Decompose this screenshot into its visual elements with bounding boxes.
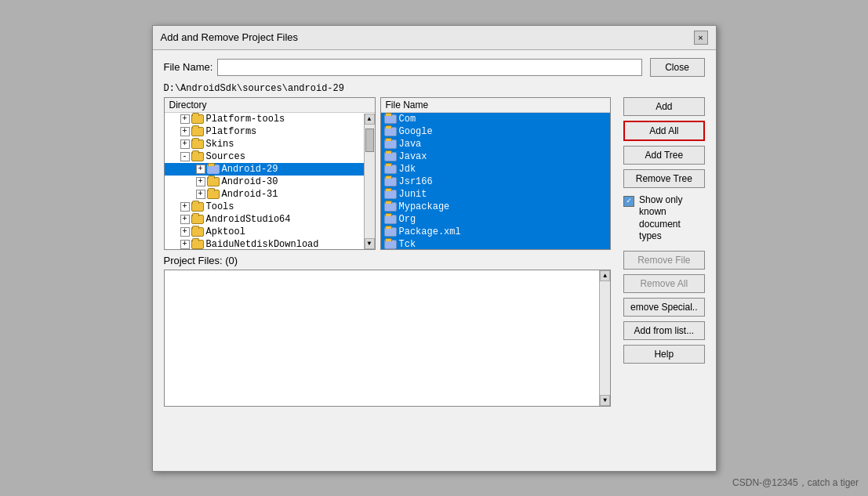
folder-icon xyxy=(191,227,204,237)
tree-item-label: Android-30 xyxy=(222,176,278,187)
folder-icon xyxy=(384,190,397,199)
expand-icon[interactable]: + xyxy=(180,240,190,249)
remove-tree-button[interactable]: Remove Tree xyxy=(623,169,704,188)
dialog-close-button[interactable]: × xyxy=(694,31,708,45)
folder-icon xyxy=(384,240,397,249)
file-item-label: Javax xyxy=(399,151,427,162)
remove-special-button[interactable]: emove Special.. xyxy=(623,298,704,317)
tree-item-label: Platforms xyxy=(206,126,257,137)
file-list-item[interactable]: Mypackage xyxy=(381,201,611,213)
tree-item[interactable]: + Android-31 xyxy=(165,188,364,201)
directory-panel: Directory + Platform-tools xyxy=(164,97,376,250)
folder-icon xyxy=(207,190,220,199)
remove-all-button[interactable]: Remove All xyxy=(623,274,704,293)
expand-icon[interactable]: + xyxy=(180,227,190,237)
tree-item-label: Sources xyxy=(206,151,245,162)
folder-icon xyxy=(384,202,397,212)
right-buttons: Add Add All Add Tree Remove Tree ✓ Show … xyxy=(623,97,704,364)
tree-item[interactable]: + Tools xyxy=(165,201,364,213)
expand-icon[interactable]: + xyxy=(180,114,190,124)
folder-icon xyxy=(191,152,204,161)
project-files-section: Project Files: (0) ▲ ▼ xyxy=(164,255,612,407)
expand-icon[interactable]: + xyxy=(180,215,190,224)
folder-icon xyxy=(191,114,204,124)
folder-icon xyxy=(384,152,397,161)
expand-icon[interactable]: + xyxy=(196,177,205,186)
remove-file-button[interactable]: Remove File xyxy=(623,251,704,270)
file-list-item[interactable]: Javax xyxy=(381,150,611,163)
folder-icon xyxy=(191,202,204,212)
checkbox-check: ✓ xyxy=(626,197,631,205)
tree-item[interactable]: + AndroidStudio64 xyxy=(165,213,364,226)
help-button[interactable]: Help xyxy=(623,345,704,364)
file-list-item[interactable]: Package.xml xyxy=(381,226,611,238)
scroll-up-button[interactable]: ▲ xyxy=(365,114,375,125)
tree-item[interactable]: + Platforms xyxy=(165,125,364,138)
expand-icon[interactable]: - xyxy=(180,152,190,161)
file-list-item[interactable]: Google xyxy=(381,125,611,138)
scroll-track xyxy=(600,281,610,395)
files-panel-header: File Name xyxy=(381,98,611,113)
file-name-input[interactable] xyxy=(217,59,641,76)
file-list-item[interactable]: Java xyxy=(381,138,611,150)
file-item-label: Org xyxy=(399,214,416,225)
file-list-item[interactable]: Tck xyxy=(381,238,611,250)
scroll-thumb[interactable] xyxy=(365,129,374,152)
expand-icon[interactable]: + xyxy=(180,202,190,212)
file-list: Com Google Java xyxy=(381,113,611,250)
project-files-scrollbar[interactable]: ▲ ▼ xyxy=(599,270,610,406)
tree-item[interactable]: + Platform-tools xyxy=(165,113,364,125)
directory-tree: + Platform-tools + Platforms xyxy=(165,113,375,250)
file-list-item[interactable]: Jsr166 xyxy=(381,176,611,188)
file-item-label: Google xyxy=(399,126,433,137)
file-item-label: Junit xyxy=(399,189,427,200)
show-only-checkbox-row: ✓ Show only known document types xyxy=(623,194,702,243)
dialog-title: Add and Remove Project Files xyxy=(161,31,299,43)
folder-icon xyxy=(384,165,397,174)
file-item-label: Package.xml xyxy=(399,226,461,237)
expand-icon[interactable]: + xyxy=(180,127,190,136)
folder-icon xyxy=(191,215,204,224)
expand-icon[interactable]: + xyxy=(180,139,190,149)
watermark: CSDN-@12345，catch a tiger xyxy=(732,476,859,490)
path-label: D:\AndroidSdk\sources\android-29 xyxy=(164,83,705,94)
file-list-item[interactable]: Org xyxy=(381,213,611,226)
file-item-label: Mypackage xyxy=(399,201,450,212)
folder-icon xyxy=(384,114,397,124)
tree-item-android29[interactable]: + Android-29 xyxy=(165,163,364,176)
file-item-label: Com xyxy=(399,114,416,125)
tree-item[interactable]: + Android-30 xyxy=(165,176,364,188)
title-bar: Add and Remove Project Files × xyxy=(153,26,716,50)
folder-icon xyxy=(207,165,220,174)
directory-scrollbar[interactable]: ▲ ▼ xyxy=(364,114,375,249)
scroll-track xyxy=(365,125,375,238)
folder-icon xyxy=(191,127,204,136)
close-button[interactable]: Close xyxy=(650,58,705,77)
add-from-list-button[interactable]: Add from list... xyxy=(623,321,704,340)
file-list-item[interactable]: Jdk xyxy=(381,163,611,176)
expand-icon[interactable]: + xyxy=(196,165,205,174)
tree-item-label: Apktool xyxy=(206,226,245,237)
file-list-item[interactable]: Com xyxy=(381,113,611,125)
project-files-panel: ▲ ▼ xyxy=(164,270,612,407)
folder-icon xyxy=(207,177,220,186)
tree-item[interactable]: + Skins xyxy=(165,138,364,150)
file-item-label: Java xyxy=(399,139,422,150)
files-panel: File Name Com Google xyxy=(380,97,612,250)
file-name-row: File Name: Close xyxy=(164,58,705,77)
show-only-checkbox[interactable]: ✓ xyxy=(623,196,634,207)
tree-item[interactable]: + Apktool xyxy=(165,226,364,238)
file-list-item[interactable]: Junit xyxy=(381,188,611,201)
expand-icon[interactable]: + xyxy=(196,190,205,199)
folder-icon xyxy=(191,240,204,249)
add-all-button[interactable]: Add All xyxy=(623,121,704,141)
scroll-up-button[interactable]: ▲ xyxy=(600,270,610,281)
add-tree-button[interactable]: Add Tree xyxy=(623,146,704,165)
scroll-down-button[interactable]: ▼ xyxy=(600,395,610,406)
scroll-down-button[interactable]: ▼ xyxy=(365,238,375,249)
tree-item[interactable]: + BaiduNetdiskDownload xyxy=(165,238,364,250)
tree-item[interactable]: - Sources xyxy=(165,150,364,163)
add-button[interactable]: Add xyxy=(623,97,704,116)
tree-item-label: Platform-tools xyxy=(206,114,285,125)
folder-icon xyxy=(384,127,397,136)
